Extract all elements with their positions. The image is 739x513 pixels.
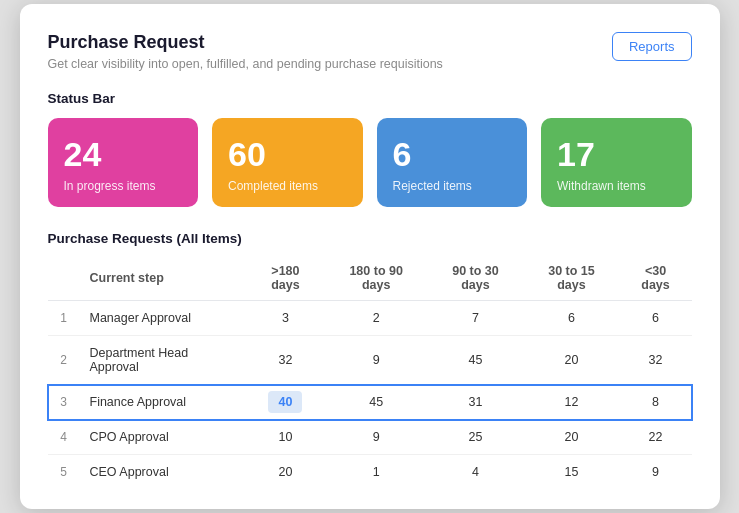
table-row: 2 Department Head Approval 32 9 45 20 32 (48, 336, 692, 385)
row-c2: 9 (325, 420, 428, 455)
row-step: Department Head Approval (80, 336, 247, 385)
col-header-30less: <30 days (620, 256, 692, 301)
row-index: 5 (48, 455, 80, 490)
row-step: CPO Approval (80, 420, 247, 455)
row-step: Finance Approval (80, 385, 247, 420)
row-c4: 20 (523, 336, 619, 385)
status-card-rejected-number: 6 (393, 136, 512, 173)
col-header-30to15: 30 to 15 days (523, 256, 619, 301)
row-c3: 31 (427, 385, 523, 420)
table-title: Purchase Requests (All Items) (48, 231, 692, 246)
status-card-completed: 60 Completed items (212, 118, 363, 207)
col-header-index (48, 256, 80, 301)
col-header-180plus: >180 days (246, 256, 325, 301)
status-card-withdrawn-number: 17 (557, 136, 676, 173)
row-c3: 4 (427, 455, 523, 490)
row-c3: 7 (427, 301, 523, 336)
purchase-requests-table: Current step >180 days 180 to 90 days 90… (48, 256, 692, 489)
status-card-withdrawn: 17 Withdrawn items (541, 118, 692, 207)
table-row-highlighted[interactable]: 3 Finance Approval 40 45 31 12 8 (48, 385, 692, 420)
row-c4: 20 (523, 420, 619, 455)
row-c4: 6 (523, 301, 619, 336)
main-window: Purchase Request Get clear visibility in… (20, 4, 720, 509)
reports-button[interactable]: Reports (612, 32, 692, 61)
table-row: 5 CEO Approval 20 1 4 15 9 (48, 455, 692, 490)
status-card-inprogress-label: In progress items (64, 179, 183, 193)
row-c3: 45 (427, 336, 523, 385)
status-card-rejected: 6 Rejected items (377, 118, 528, 207)
row-c5: 32 (620, 336, 692, 385)
table-row: 4 CPO Approval 10 9 25 20 22 (48, 420, 692, 455)
row-c2: 1 (325, 455, 428, 490)
row-c1: 3 (246, 301, 325, 336)
row-c1: 32 (246, 336, 325, 385)
status-card-completed-number: 60 (228, 136, 347, 173)
status-card-completed-label: Completed items (228, 179, 347, 193)
row-step: CEO Approval (80, 455, 247, 490)
row-c5: 6 (620, 301, 692, 336)
col-header-90to30: 90 to 30 days (427, 256, 523, 301)
row-c5: 9 (620, 455, 692, 490)
row-index: 1 (48, 301, 80, 336)
page-title: Purchase Request (48, 32, 443, 53)
table-header-row: Current step >180 days 180 to 90 days 90… (48, 256, 692, 301)
row-c4: 12 (523, 385, 619, 420)
status-card-inprogress: 24 In progress items (48, 118, 199, 207)
row-c2: 9 (325, 336, 428, 385)
row-c5: 22 (620, 420, 692, 455)
status-card-withdrawn-label: Withdrawn items (557, 179, 676, 193)
row-c1-highlighted: 40 (246, 385, 325, 420)
col-header-180to90: 180 to 90 days (325, 256, 428, 301)
row-c3: 25 (427, 420, 523, 455)
status-bar: 24 In progress items 60 Completed items … (48, 118, 692, 207)
row-step: Manager Approval (80, 301, 247, 336)
row-c2: 2 (325, 301, 428, 336)
page-header: Purchase Request Get clear visibility in… (48, 32, 692, 71)
row-c1: 20 (246, 455, 325, 490)
row-c1: 10 (246, 420, 325, 455)
row-c5: 8 (620, 385, 692, 420)
table-section: Purchase Requests (All Items) Current st… (48, 231, 692, 489)
row-index: 2 (48, 336, 80, 385)
col-header-step: Current step (80, 256, 247, 301)
status-bar-title: Status Bar (48, 91, 692, 106)
table-row: 1 Manager Approval 3 2 7 6 6 (48, 301, 692, 336)
header-left: Purchase Request Get clear visibility in… (48, 32, 443, 71)
row-c2: 45 (325, 385, 428, 420)
row-index: 3 (48, 385, 80, 420)
page-subtitle: Get clear visibility into open, fulfille… (48, 57, 443, 71)
row-c4: 15 (523, 455, 619, 490)
row-index: 4 (48, 420, 80, 455)
status-card-inprogress-number: 24 (64, 136, 183, 173)
status-card-rejected-label: Rejected items (393, 179, 512, 193)
